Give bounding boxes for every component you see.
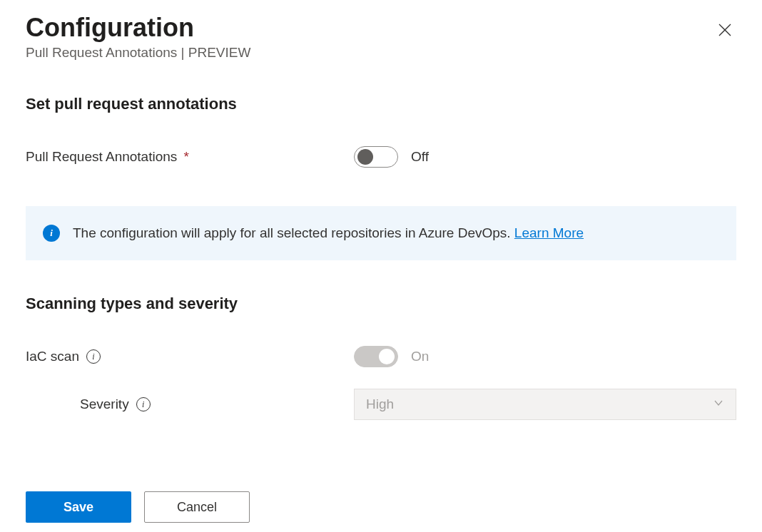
iac-scan-toggle <box>354 346 398 367</box>
info-text: The configuration will apply for all sel… <box>73 225 584 241</box>
pr-annotations-toggle-col: Off <box>354 146 429 168</box>
iac-scan-row: IaC scan i On <box>26 346 736 367</box>
section-scan-types-heading: Scanning types and severity <box>26 295 736 313</box>
page-subtitle: Pull Request Annotations | PREVIEW <box>26 45 250 61</box>
close-button[interactable] <box>713 19 736 41</box>
iac-scan-toggle-state: On <box>411 349 429 364</box>
iac-scan-label-col: IaC scan i <box>26 349 354 364</box>
panel-header: Configuration Pull Request Annotations |… <box>26 13 736 61</box>
pr-annotations-toggle[interactable] <box>354 146 398 168</box>
pr-annotations-label-text: Pull Request Annotations <box>26 149 177 164</box>
save-button[interactable]: Save <box>26 491 131 523</box>
pr-annotations-toggle-state: Off <box>411 149 429 165</box>
chevron-down-icon <box>713 397 724 412</box>
info-icon[interactable]: i <box>86 349 101 364</box>
page-title: Configuration <box>26 13 250 42</box>
severity-label: Severity <box>80 397 129 412</box>
close-icon <box>718 23 732 37</box>
severity-select-value: High <box>366 397 394 412</box>
title-block: Configuration Pull Request Annotations |… <box>26 13 250 61</box>
info-banner: i The configuration will apply for all s… <box>26 206 736 260</box>
info-icon[interactable]: i <box>136 397 151 411</box>
iac-scan-label: IaC scan <box>26 349 79 364</box>
pr-annotations-row: Pull Request Annotations * Off <box>26 146 736 168</box>
severity-select: High <box>354 389 736 420</box>
severity-row: Severity i High <box>26 389 736 420</box>
toggle-thumb <box>379 349 395 364</box>
pr-annotations-label-col: Pull Request Annotations * <box>26 149 354 165</box>
pr-annotations-label: Pull Request Annotations * <box>26 149 189 165</box>
toggle-thumb <box>357 149 373 165</box>
cancel-button[interactable]: Cancel <box>144 491 250 523</box>
footer-actions: Save Cancel <box>26 491 736 523</box>
severity-label-col: Severity i <box>26 397 354 412</box>
required-marker: * <box>184 149 189 164</box>
learn-more-link[interactable]: Learn More <box>514 225 584 240</box>
info-text-content: The configuration will apply for all sel… <box>73 225 514 240</box>
info-icon: i <box>43 225 60 242</box>
section-set-annotations-heading: Set pull request annotations <box>26 95 736 113</box>
iac-scan-toggle-col: On <box>354 346 429 367</box>
